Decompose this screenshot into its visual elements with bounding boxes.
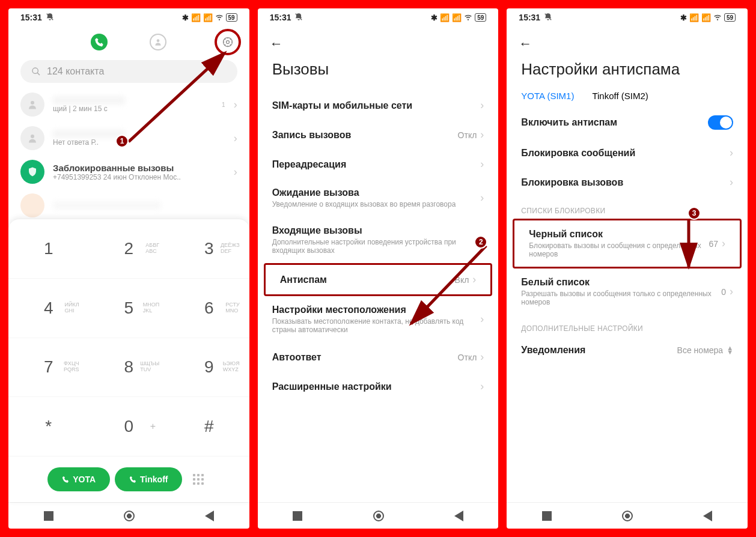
row-call-recording[interactable]: Запись вызовов Откл›	[258, 120, 499, 150]
key-7[interactable]: 7ФХЦЧPQRS	[8, 338, 89, 398]
recent-call-2[interactable]: Нет ответа Р.. ›	[8, 121, 249, 155]
call-sim1-button[interactable]: YOTA	[47, 467, 110, 491]
page-title: Настройки антиспама	[507, 54, 748, 91]
chevron-right-icon[interactable]: ›	[234, 166, 237, 178]
nav-home[interactable]	[373, 511, 384, 521]
battery-icon: 59	[724, 13, 736, 22]
search-placeholder: 124 контакта	[47, 66, 104, 77]
svg-point-1	[157, 39, 160, 42]
nav-back[interactable]	[205, 511, 214, 521]
row-whitelist[interactable]: Белый списокРазрешать вызовы и сообщения…	[507, 268, 748, 315]
signal-icon: 📶	[191, 13, 201, 22]
key-2[interactable]: 2АБВГABC	[89, 219, 169, 279]
battery-icon: 59	[475, 13, 486, 22]
recent-sub: щий | 2 мин 15 с	[53, 105, 213, 113]
chevron-right-icon[interactable]: ›	[234, 132, 237, 145]
nav-home[interactable]	[622, 511, 633, 521]
sim-tab-2[interactable]: Tinkoff (SIM2)	[592, 91, 648, 101]
sort-icon: ▲▼	[727, 346, 733, 354]
blocked-sub: +74951399253 24 июн Отклонен Мос..	[53, 173, 225, 181]
blocked-calls-item[interactable]: Заблокированные вызовы +74951399253 24 и…	[8, 155, 249, 189]
nav-recent[interactable]	[293, 511, 302, 521]
back-button[interactable]: ←	[258, 26, 499, 54]
page-title: Вызовы	[258, 54, 499, 91]
key-3[interactable]: 3ДЕЁЖЗDEF	[169, 219, 249, 279]
bluetooth-icon: ✱	[431, 13, 437, 22]
back-button[interactable]: ←	[507, 26, 748, 54]
row-call-waiting[interactable]: Ожидание вызоваУведомление о входящих вы…	[258, 179, 499, 217]
blocked-title: Заблокированные вызовы	[53, 163, 225, 173]
section-blocklists: СПИСКИ БЛОКИРОВКИ	[507, 197, 748, 219]
row-autoanswer[interactable]: Автоответ Откл›	[258, 342, 499, 372]
sim-tab-1[interactable]: YOTA (SIM1)	[521, 91, 574, 101]
row-notifications[interactable]: Уведомления Все номера▲▼	[507, 336, 748, 364]
nav-home[interactable]	[124, 511, 135, 521]
row-location[interactable]: Настройки местоположенияПоказывать место…	[258, 296, 499, 342]
annotation-ring-1	[215, 29, 241, 55]
status-bar: 15:31 ✱📶📶 59	[258, 8, 499, 26]
tab-contacts[interactable]	[150, 34, 166, 50]
android-nav	[8, 502, 249, 529]
toggle-on[interactable]	[708, 115, 733, 130]
annotation-marker-3: 3	[687, 207, 701, 220]
nav-recent[interactable]	[542, 511, 552, 521]
annotation-highlight-2: Антиспам Вкл›	[264, 263, 493, 296]
status-time: 15:31	[519, 13, 540, 22]
avatar-icon	[20, 193, 44, 217]
row-blacklist[interactable]: Черный списокБлокировать вызовы и сообще…	[514, 220, 740, 267]
wifi-icon	[713, 13, 722, 23]
dnd-icon	[544, 13, 552, 23]
row-enable-antispam[interactable]: Включить антиспам	[507, 107, 748, 138]
svg-point-6	[31, 101, 34, 105]
status-bar: 15:31 ✱ 📶 📶 59	[8, 8, 249, 26]
recent-sub: Нет ответа Р..	[53, 138, 225, 147]
android-nav	[507, 502, 748, 529]
chevron-right-icon[interactable]: ›	[234, 99, 237, 111]
search-icon	[31, 67, 41, 76]
key-*[interactable]: *	[8, 397, 89, 457]
dialpad-toggle-icon[interactable]	[193, 474, 210, 485]
android-nav	[258, 502, 499, 529]
shield-icon	[20, 160, 44, 184]
key-5[interactable]: 5МНОПJKL	[89, 279, 169, 338]
recent-call-3[interactable]	[8, 189, 249, 222]
row-block-calls[interactable]: Блокировка вызовов›	[507, 168, 748, 197]
svg-line-5	[37, 73, 40, 75]
key-4[interactable]: 4ИЙКЛGHI	[8, 279, 89, 338]
key-1[interactable]: 1	[8, 219, 89, 279]
key-8[interactable]: 8ШЩЪЫTUV	[89, 338, 169, 398]
nav-back[interactable]	[703, 511, 712, 521]
annotation-marker-1: 1	[115, 135, 129, 148]
nav-recent[interactable]	[44, 511, 53, 521]
status-bar: 15:31 ✱📶📶 59	[507, 8, 748, 26]
dialpad: 12АБВГABC3ДЕЁЖЗDEF4ИЙКЛGHI5МНОПJKL6РСТУM…	[8, 219, 249, 502]
key-#[interactable]: #	[169, 397, 249, 457]
nav-back[interactable]	[454, 511, 463, 521]
svg-point-4	[32, 68, 38, 73]
annotation-highlight-3: Черный списокБлокировать вызовы и сообще…	[513, 219, 742, 268]
avatar-icon	[20, 93, 44, 117]
screen-call-settings: 15:31 ✱📶📶 59 ← Вызовы SIM-карты и мобиль…	[258, 8, 499, 529]
row-forwarding[interactable]: Переадресация ›	[258, 150, 499, 179]
redacted-name	[53, 96, 125, 105]
chevron-right-icon: ›	[480, 99, 484, 112]
key-6[interactable]: 6РСТУMNO	[169, 279, 249, 338]
avatar-icon	[20, 126, 44, 150]
row-advanced[interactable]: Расширенные настройки ›	[258, 372, 499, 401]
key-9[interactable]: 9ЬЭЮЯWXYZ	[169, 338, 249, 398]
key-0[interactable]: 0+	[89, 397, 169, 457]
sim-indicator: 1	[222, 102, 225, 108]
row-incoming[interactable]: Входящие вызовыДополнительные настройки …	[258, 217, 499, 263]
battery-icon: 59	[226, 13, 237, 22]
tab-calls[interactable]	[91, 34, 108, 50]
status-time: 15:31	[20, 13, 42, 22]
row-sim-cards[interactable]: SIM-карты и мобильные сети ›	[258, 91, 499, 120]
call-sim2-button[interactable]: Tinkoff	[115, 467, 182, 491]
recent-call-1[interactable]: щий | 2 мин 15 с 1 ›	[8, 88, 249, 121]
row-block-messages[interactable]: Блокировка сообщений›	[507, 138, 748, 168]
row-antispam[interactable]: Антиспам Вкл›	[266, 265, 491, 294]
search-input[interactable]: 124 контакта	[20, 60, 237, 83]
svg-point-7	[31, 135, 34, 138]
bluetooth-icon: ✱	[182, 13, 189, 22]
screen-dialer: 15:31 ✱ 📶 📶 59 124 контакта	[8, 8, 249, 529]
